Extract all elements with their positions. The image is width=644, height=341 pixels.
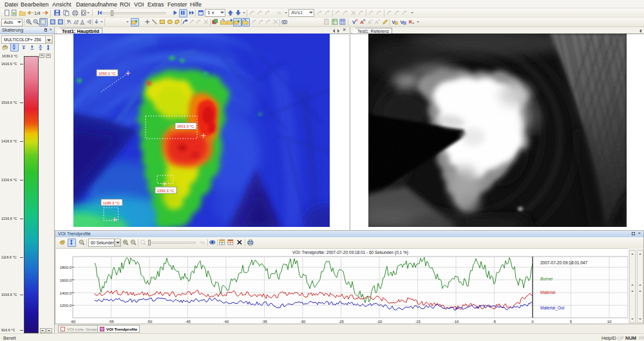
svg-text:-10: -10 xyxy=(453,320,459,324)
svg-text:-50: -50 xyxy=(147,320,153,324)
svg-text:-25: -25 xyxy=(338,320,344,324)
svg-text:10: 10 xyxy=(607,320,612,324)
svg-text:%: % xyxy=(276,10,281,16)
svg-text:A: A xyxy=(360,19,364,25)
svg-text:A: A xyxy=(375,19,379,25)
svg-text:2007-07-20 09:18:01.047: 2007-07-20 09:18:01.047 xyxy=(540,260,587,265)
svg-text:-15: -15 xyxy=(415,320,421,324)
svg-text:-40: -40 xyxy=(223,320,229,324)
svg-text:-45: -45 xyxy=(185,320,191,324)
svg-text:-5: -5 xyxy=(493,320,497,324)
svg-text:-55: -55 xyxy=(108,320,114,324)
svg-text:Material: Material xyxy=(540,290,556,295)
svg-text:0: 0 xyxy=(531,320,534,324)
svg-text:1800,0: 1800,0 xyxy=(60,266,72,269)
svg-text:1350.3 °C: 1350.3 °C xyxy=(157,189,175,193)
svg-text:A: A xyxy=(368,19,372,25)
svg-text:-35: -35 xyxy=(261,320,267,324)
svg-text:VOI: Trendprofile: 2007-07-20: VOI: Trendprofile: 2007-07-20 09:18:01 -… xyxy=(292,250,408,255)
svg-text:1200,0: 1200,0 xyxy=(60,304,72,307)
svg-text:V: V xyxy=(352,19,356,25)
svg-text:%: % xyxy=(200,240,204,246)
svg-text:1090.1 °C: 1090.1 °C xyxy=(99,72,116,75)
svg-text:1600,0: 1600,0 xyxy=(60,278,72,282)
svg-text:-20: -20 xyxy=(377,320,383,324)
svg-text:5: 5 xyxy=(570,320,573,324)
svg-text:-30: -30 xyxy=(300,320,306,324)
svg-text:Burner: Burner xyxy=(540,277,553,281)
svg-text:1199.3 °C: 1199.3 °C xyxy=(103,201,120,205)
svg-text:-60: -60 xyxy=(70,320,76,324)
svg-text:Material_Out: Material_Out xyxy=(540,306,564,311)
svg-text:1601.3 °C: 1601.3 °C xyxy=(177,124,194,128)
svg-text:1400,0: 1400,0 xyxy=(60,291,72,295)
